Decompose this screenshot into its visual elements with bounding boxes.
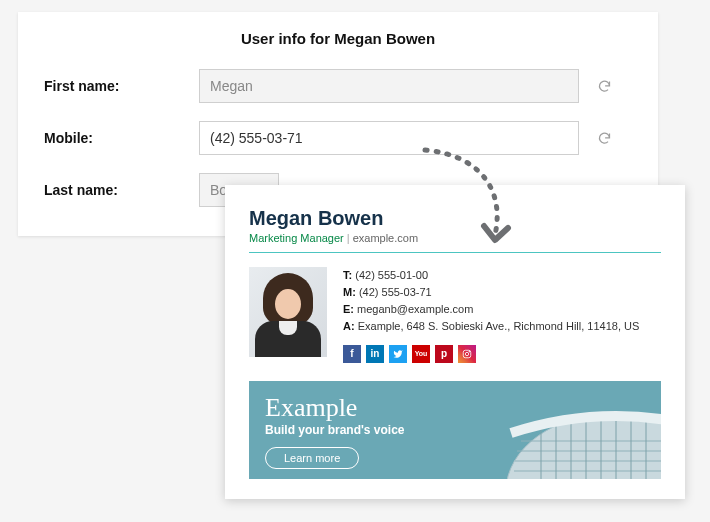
youtube-icon[interactable]: You: [412, 345, 430, 363]
mobile-input[interactable]: [199, 121, 579, 155]
contact-block: T: (42) 555-01-00 M: (42) 555-03-71 E: m…: [343, 267, 639, 363]
svg-point-1: [465, 353, 468, 356]
instagram-icon[interactable]: [458, 345, 476, 363]
promo-banner: Example Build your brand's voice Learn m…: [249, 381, 661, 479]
twitter-icon[interactable]: [389, 345, 407, 363]
contact-a: Example, 648 S. Sobieski Ave., Richmond …: [358, 320, 640, 332]
contact-t: (42) 555-01-00: [355, 269, 428, 281]
pinterest-icon[interactable]: p: [435, 345, 453, 363]
social-row: f in You p: [343, 345, 639, 363]
label-first-name: First name:: [44, 78, 199, 94]
learn-more-button[interactable]: Learn more: [265, 447, 359, 469]
contact-e: meganb@example.com: [357, 303, 473, 315]
refresh-icon[interactable]: [587, 69, 621, 103]
signature-preview: Megan Bowen Marketing Manager|example.co…: [225, 185, 685, 499]
label-last-name: Last name:: [44, 182, 199, 198]
form-title: User info for Megan Bowen: [44, 30, 632, 47]
svg-point-2: [469, 351, 470, 352]
mobile-wrap: [199, 121, 632, 155]
avatar: [249, 267, 327, 357]
building-illustration: [451, 381, 661, 479]
facebook-icon[interactable]: f: [343, 345, 361, 363]
row-first-name: First name:: [44, 69, 632, 103]
row-mobile: Mobile:: [44, 121, 632, 155]
refresh-icon[interactable]: [587, 121, 621, 155]
linkedin-icon[interactable]: in: [366, 345, 384, 363]
sig-divider: [249, 252, 661, 253]
sig-role: Marketing Manager: [249, 232, 344, 244]
sig-name: Megan Bowen: [249, 207, 661, 230]
first-name-wrap: [199, 69, 632, 103]
sig-site: example.com: [353, 232, 418, 244]
contact-m: (42) 555-03-71: [359, 286, 432, 298]
sig-subtitle: Marketing Manager|example.com: [249, 232, 661, 244]
first-name-input[interactable]: [199, 69, 579, 103]
label-mobile: Mobile:: [44, 130, 199, 146]
